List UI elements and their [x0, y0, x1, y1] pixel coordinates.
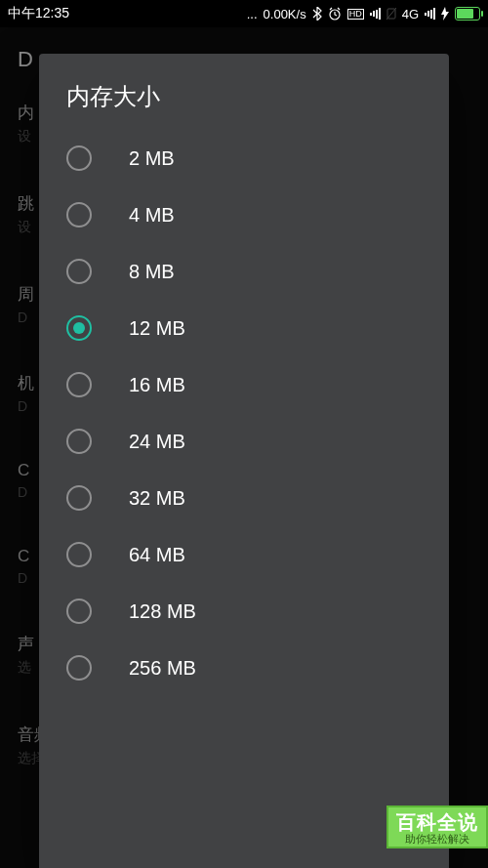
memory-option[interactable]: 128 MB: [39, 583, 449, 640]
memory-option[interactable]: 32 MB: [39, 470, 449, 526]
memory-option-label: 4 MB: [129, 204, 175, 227]
memory-option[interactable]: 12 MB: [39, 300, 449, 356]
signal-icon-1: [370, 8, 381, 20]
status-data-speed: 0.00K/s: [264, 7, 306, 21]
memory-option-label: 256 MB: [129, 657, 196, 680]
signal-icon-2: [425, 8, 435, 20]
memory-option[interactable]: 24 MB: [39, 413, 449, 470]
radio-icon: [66, 485, 92, 511]
radio-icon: [66, 315, 92, 341]
alarm-icon: [328, 7, 342, 21]
memory-option[interactable]: 16 MB: [39, 356, 449, 413]
radio-icon: [66, 542, 92, 567]
status-dots-icon: ...: [247, 7, 258, 21]
memory-option[interactable]: 8 MB: [39, 243, 449, 300]
bluetooth-icon: [312, 7, 322, 21]
radio-icon: [66, 372, 92, 397]
memory-option[interactable]: 64 MB: [39, 526, 449, 583]
memory-option[interactable]: 2 MB: [39, 130, 449, 186]
radio-icon: [66, 145, 92, 171]
radio-icon: [66, 599, 92, 624]
memory-option-label: 12 MB: [129, 317, 185, 340]
memory-option-label: 24 MB: [129, 431, 185, 453]
memory-option-label: 8 MB: [129, 261, 175, 283]
watermark: 百科全说 助你轻松解决: [386, 806, 488, 848]
watermark-main: 百科全说: [396, 811, 478, 833]
radio-icon: [66, 429, 92, 454]
memory-option-label: 16 MB: [129, 374, 185, 396]
status-bar: 中午12:35 ... 0.00K/s HD 4G: [0, 0, 488, 27]
radio-icon: [66, 202, 92, 227]
no-sim-icon: [386, 8, 396, 20]
memory-option[interactable]: 4 MB: [39, 186, 449, 243]
network-label: 4G: [402, 7, 419, 21]
status-right: ... 0.00K/s HD 4G: [69, 7, 480, 21]
memory-option-label: 64 MB: [129, 544, 185, 566]
radio-icon: [66, 259, 92, 284]
hd-icon: HD: [347, 9, 364, 20]
memory-size-dialog: 内存大小 2 MB4 MB8 MB12 MB16 MB24 MB32 MB64 …: [39, 54, 449, 868]
battery-icon: [455, 7, 480, 21]
watermark-sub: 助你轻松解决: [396, 833, 478, 845]
radio-icon: [66, 655, 92, 681]
charging-icon: [441, 7, 449, 21]
memory-option[interactable]: 256 MB: [39, 640, 449, 696]
memory-option-label: 128 MB: [129, 600, 196, 623]
dialog-title: 内存大小: [39, 54, 449, 130]
memory-option-label: 32 MB: [129, 487, 185, 510]
memory-option-label: 2 MB: [129, 147, 175, 170]
dialog-option-list: 2 MB4 MB8 MB12 MB16 MB24 MB32 MB64 MB128…: [39, 130, 449, 868]
status-time: 中午12:35: [8, 5, 69, 22]
